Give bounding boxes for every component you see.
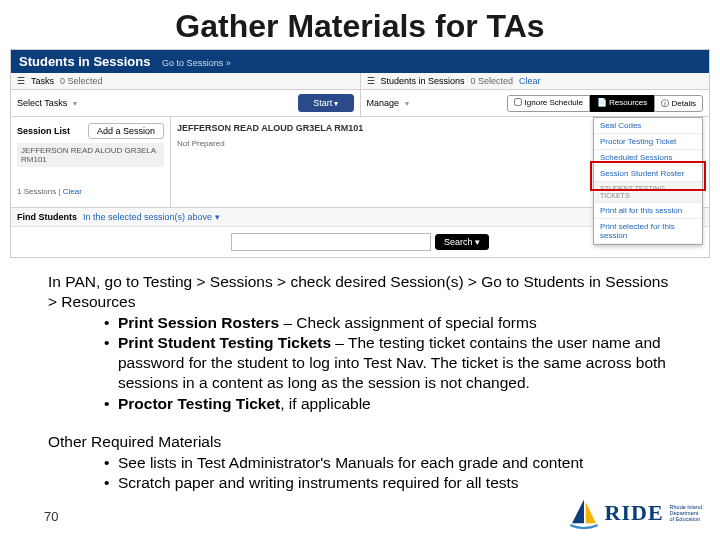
other-list: See lists in Test Administrator's Manual… — [48, 453, 672, 494]
b1-bold: Print Session Rosters — [118, 314, 279, 331]
chevron-down-icon: ▾ — [73, 99, 77, 108]
details-label: Details — [672, 99, 696, 108]
instruction-text: In PAN, go to Testing > Sessions > check… — [0, 258, 720, 493]
session-sidebar: Session List Add a Session JEFFERSON REA… — [11, 117, 171, 207]
menu-scheduled-sessions[interactable]: Scheduled Sessions — [594, 150, 702, 166]
tabs-toolbar: ☰ Tasks 0 Selected ☰ Students in Session… — [11, 73, 709, 90]
search-button[interactable]: Search ▾ — [435, 234, 489, 250]
list-icon: ☰ — [17, 76, 25, 86]
other-title: Other Required Materials — [48, 432, 672, 452]
find-scope-select[interactable]: In the selected session(s) above ▾ — [83, 212, 220, 222]
resources-label: Resources — [609, 98, 647, 107]
tasks-tab[interactable]: Tasks — [31, 76, 54, 86]
menu-session-roster[interactable]: Session Student Roster — [594, 166, 702, 182]
list-item: Print Session Rosters – Check assignment… — [104, 313, 672, 333]
session-row[interactable]: JEFFERSON READ ALOUD GR3ELA RM101 — [17, 143, 164, 167]
view-toggle: Ignore Schedule 📄 Resources ⓘ Details — [507, 95, 703, 112]
session-content: JEFFERSON READ ALOUD GR3ELA RM101 Not Pr… — [171, 117, 709, 207]
list-item: Proctor Testing Ticket, if applicable — [104, 394, 672, 414]
instruction-list: Print Session Rosters – Check assignment… — [48, 313, 672, 414]
start-button[interactable]: Start — [298, 94, 353, 112]
find-students-label: Find Students — [17, 212, 77, 222]
list-item: See lists in Test Administrator's Manual… — [104, 453, 672, 473]
menu-seal-codes[interactable]: Seal Codes — [594, 118, 702, 134]
select-tasks-label: Select Tasks — [17, 98, 67, 108]
resources-dropdown: Seal Codes Proctor Testing Ticket Schedu… — [593, 117, 703, 245]
resources-pill[interactable]: 📄 Resources — [590, 95, 654, 112]
list-item: Scratch paper and writing instruments re… — [104, 473, 672, 493]
b3-bold: Proctor Testing Ticket — [118, 395, 280, 412]
slide-title: Gather Materials for TAs — [0, 0, 720, 49]
app-screenshot: Students in Sessions Go to Sessions » ☰ … — [10, 49, 710, 258]
clear-link[interactable]: Clear — [519, 76, 541, 86]
students-selected-count: 0 Selected — [471, 76, 514, 86]
menu-proctor-ticket[interactable]: Proctor Testing Ticket — [594, 134, 702, 150]
session-count: 1 Sessions | — [17, 187, 60, 196]
tasks-selected-count: 0 Selected — [60, 76, 103, 86]
ignore-schedule-checkbox[interactable] — [514, 98, 522, 106]
list-item: Print Student Testing Tickets – The test… — [104, 333, 672, 392]
menu-print-selected[interactable]: Print selected for this session — [594, 219, 702, 244]
list-icon: ☰ — [367, 76, 375, 86]
filter-row: Select Tasks ▾ Start Manage ▾ Ignore Sch… — [11, 90, 709, 117]
ride-logo-subtitle: Rhode Island Department of Education — [670, 504, 702, 522]
b3-rest: , if applicable — [280, 395, 370, 412]
page-number: 70 — [44, 509, 58, 524]
intro-line: In PAN, go to Testing > Sessions > check… — [48, 272, 672, 312]
search-button-label: Search — [444, 237, 473, 247]
students-tab[interactable]: Students in Sessions — [381, 76, 465, 86]
add-session-button[interactable]: Add a Session — [88, 123, 164, 139]
menu-section-tickets: STUDENT TESTING TICKETS — [594, 182, 702, 203]
ride-logo-text: RIDE — [605, 500, 664, 526]
details-pill[interactable]: ⓘ Details — [654, 95, 703, 112]
ride-logo: RIDE Rhode Island Department of Educatio… — [567, 496, 702, 530]
find-scope-label: In the selected session(s) above — [83, 212, 212, 222]
session-list-title: Session List — [17, 126, 70, 136]
chevron-down-icon: ▾ — [405, 99, 409, 108]
main-area: Session List Add a Session JEFFERSON REA… — [11, 117, 709, 207]
app-header-title: Students in Sessions — [19, 54, 150, 69]
manage-label: Manage — [367, 98, 400, 108]
ignore-schedule-label: Ignore Schedule — [525, 98, 583, 107]
search-input[interactable] — [231, 233, 431, 251]
sessions-clear-link[interactable]: Clear — [63, 187, 82, 196]
b2-bold: Print Student Testing Tickets — [118, 334, 331, 351]
other-materials-block: Other Required Materials See lists in Te… — [48, 432, 672, 493]
sub3: of Education — [670, 516, 702, 522]
go-to-sessions-link[interactable]: Go to Sessions » — [162, 58, 231, 68]
sail-icon — [567, 496, 601, 530]
menu-print-all[interactable]: Print all for this session — [594, 203, 702, 219]
ignore-schedule-pill[interactable]: Ignore Schedule — [507, 95, 590, 112]
b1-rest: – Check assignment of special forms — [279, 314, 537, 331]
app-header: Students in Sessions Go to Sessions » — [11, 50, 709, 73]
